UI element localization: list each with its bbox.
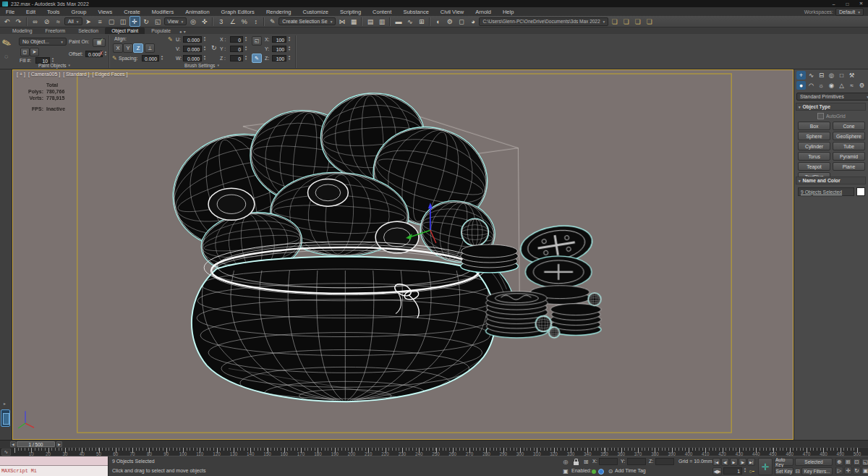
object-type-geosphere-button[interactable]: GeoSphere <box>833 132 865 140</box>
use-pivot-point-center-icon[interactable]: ◎ <box>187 16 198 27</box>
named-selection-sets-dropdown[interactable]: Create Selection Se <box>278 17 336 25</box>
v-field[interactable]: 0.000 <box>183 46 202 52</box>
hierarchy-tab-icon[interactable]: ⊟ <box>817 71 826 80</box>
zoom-region-icon[interactable]: ◱ <box>861 458 868 466</box>
selection-filter-dropdown[interactable]: All <box>64 17 82 25</box>
time-slider-next-button[interactable]: ▶ <box>56 441 62 447</box>
select-and-move-icon[interactable]: ✛ <box>129 16 140 27</box>
rectangular-selection-region-icon[interactable]: ▢ <box>106 16 117 27</box>
object-color-swatch[interactable] <box>856 187 865 196</box>
object-type-teapot-button[interactable]: Teapot <box>798 162 830 171</box>
select-and-link-icon[interactable]: ∞ <box>30 16 41 27</box>
zoom-all-icon[interactable]: ⊞ <box>844 458 852 466</box>
menu-arnold[interactable]: Arnold <box>469 7 497 16</box>
spacing-spinner[interactable]: ▲▼ <box>161 55 163 61</box>
systems-category-icon[interactable]: ⚙ <box>857 81 867 90</box>
close-button[interactable]: ✕ <box>854 0 868 7</box>
selected-set-dropdown[interactable]: Selected <box>795 458 833 466</box>
scale-z-spinner[interactable]: ▲▼ <box>288 55 291 61</box>
align-x-button[interactable]: X <box>113 43 123 53</box>
reference-coordinate-system-dropdown[interactable]: View <box>164 17 187 25</box>
scale-x-spinner[interactable]: ▲▼ <box>288 36 291 42</box>
menu-scripting[interactable]: Scripting <box>334 7 367 16</box>
menu-file[interactable]: File <box>0 7 20 16</box>
auto-key-button[interactable]: Auto Key <box>775 458 793 466</box>
select-and-rotate-icon[interactable]: ↻ <box>141 16 152 27</box>
cameras-category-icon[interactable]: ◉ <box>827 81 836 90</box>
maxscript-listener-input[interactable]: MAXScript Mi <box>0 466 108 476</box>
object-type-torus-button[interactable]: Torus <box>798 152 830 161</box>
w-field[interactable]: 0.000 <box>183 55 202 61</box>
menu-tools[interactable]: Tools <box>41 7 66 16</box>
go-to-end-button[interactable]: ▶| <box>747 458 755 466</box>
menu-civil-view[interactable]: Civil View <box>435 7 469 16</box>
menu-substance[interactable]: Substance <box>397 7 434 16</box>
absolute-relative-toggle-icon[interactable]: ⊞ <box>582 458 590 466</box>
set-project-folder-icon[interactable]: ❏ <box>621 16 631 27</box>
percent-snap-toggle-icon[interactable]: % <box>239 16 250 27</box>
lights-category-icon[interactable]: ☼ <box>817 81 826 90</box>
scale-y-spinner[interactable]: ▲▼ <box>288 46 291 51</box>
paint-cancel-icon[interactable]: ✗ <box>98 50 104 57</box>
time-slider-prev-button[interactable]: ◀ <box>10 441 16 447</box>
open-project-folder-icon[interactable]: ❏ <box>609 16 620 27</box>
menu-help[interactable]: Help <box>497 7 519 16</box>
paint-objects-brush-icon[interactable]: ✎ <box>0 35 13 51</box>
minimize-button[interactable]: – <box>827 0 841 7</box>
layout-flyout-arrow-icon[interactable]: ▸ <box>4 401 6 406</box>
align-y-button[interactable]: Y <box>123 43 133 53</box>
time-tag-icon[interactable]: ▣ <box>561 467 570 475</box>
ribbon-tab-modeling[interactable]: Modeling <box>6 27 39 34</box>
menu-edit[interactable]: Edit <box>20 7 41 16</box>
open-mini-curve-editor-button[interactable]: ∿ <box>1 449 11 456</box>
space-warps-category-icon[interactable]: ≈ <box>847 81 856 90</box>
paint-object-picker[interactable]: No Object... <box>19 38 67 46</box>
scale-x-field[interactable]: 100 <box>272 36 286 43</box>
object-type-tube-button[interactable]: Tube <box>833 142 865 150</box>
coord-x-field[interactable] <box>599 458 618 465</box>
adaptive-degradation-icon[interactable] <box>598 469 604 475</box>
viewport-general-menu[interactable]: [ + ] <box>17 72 25 77</box>
select-by-name-icon[interactable]: ≡ <box>95 16 106 27</box>
ribbon-tab-freeform[interactable]: Freeform <box>39 27 72 34</box>
isolate-selection-toggle-icon[interactable]: ◎ <box>561 458 570 466</box>
angle-snap-toggle-icon[interactable]: ∠ <box>227 16 238 27</box>
menu-content[interactable]: Content <box>367 7 397 16</box>
time-slider-track[interactable]: ◀ 1 / 500 ▶ <box>0 440 868 447</box>
coord-y-field[interactable] <box>627 458 646 465</box>
coord-z-field[interactable] <box>655 458 674 465</box>
object-type-sphere-button[interactable]: Sphere <box>798 132 830 140</box>
rotate-z-field[interactable]: 0 <box>230 55 243 61</box>
rendered-frame-window-icon[interactable]: ◻ <box>456 16 467 27</box>
shapes-category-icon[interactable]: ◠ <box>807 81 816 90</box>
save-to-project-icon[interactable]: ❏ <box>632 16 643 27</box>
field-of-view-icon[interactable]: ▷ <box>835 467 843 475</box>
modify-tab-icon[interactable]: ∿ <box>807 71 816 80</box>
maximize-button[interactable]: □ <box>841 0 854 7</box>
key-filters-button[interactable]: Key Filters... <box>801 467 833 475</box>
primitives-category-dropdown[interactable]: Standard Primitives <box>796 93 868 101</box>
scale-brush-icon[interactable]: ◱ <box>252 36 262 46</box>
scale-z-field[interactable]: 100 <box>272 55 286 61</box>
money-pot-wireframe[interactable] <box>192 253 495 404</box>
paint-objects-panel-label[interactable]: Paint Objects <box>0 62 109 68</box>
paint-brush-mode-icon[interactable]: ◻ <box>20 48 30 56</box>
maxscript-listener-macro-row[interactable] <box>0 456 108 466</box>
autogrid-checkbox[interactable] <box>817 113 824 119</box>
menu-graph-editors[interactable]: Graph Editors <box>216 7 260 16</box>
set-key-button[interactable]: Set Key <box>775 467 793 475</box>
window-crossing-toggle-icon[interactable]: ◫ <box>118 16 129 27</box>
paint-fill-icon[interactable]: ◌ <box>4 53 8 60</box>
key-mode-toggle[interactable]: ◀▶ <box>712 467 722 475</box>
scale-y-field[interactable]: 100 <box>272 46 286 52</box>
geometry-category-icon[interactable]: ● <box>796 81 806 90</box>
object-type-cone-button[interactable]: Cone <box>833 122 865 130</box>
previous-frame-button[interactable]: ◀| <box>721 458 729 466</box>
select-and-scale-icon[interactable]: ◱ <box>153 16 163 27</box>
orbit-icon[interactable]: ↻ <box>853 467 861 475</box>
render-setup-icon[interactable]: ⚙ <box>444 16 455 27</box>
time-tag-weld-icon[interactable]: ⊙ <box>606 467 615 475</box>
ribbon-tab-object-paint[interactable]: Object Paint <box>105 27 145 34</box>
menu-customize[interactable]: Customize <box>297 7 333 16</box>
create-tab-icon[interactable]: + <box>796 71 806 80</box>
